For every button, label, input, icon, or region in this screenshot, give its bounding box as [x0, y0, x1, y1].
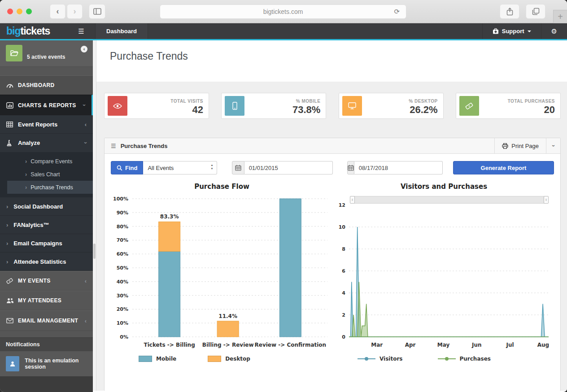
sidebar-item-charts-reports[interactable]: CHARTS & REPORTS › [0, 95, 93, 115]
share-button[interactable] [500, 4, 519, 19]
sidebar-item-purchase-trends[interactable]: ›Purchase Trends [7, 181, 93, 194]
sidebar-item-my-events[interactable]: MY EVENTS ‹ [0, 271, 93, 291]
main-content: Purchase Trends TOTAL VISITS42 [96, 40, 567, 391]
settings-gear-button[interactable]: ⚙ [541, 23, 567, 39]
stat-card-total-purchases: TOTAL PURCHASES20 [456, 93, 561, 119]
flask-icon [6, 140, 18, 146]
visitors-line-icon [358, 358, 375, 359]
slider-handle-left[interactable]: ‖ [350, 196, 355, 204]
legend-item-desktop[interactable]: Desktop [208, 356, 250, 362]
end-date-input[interactable] [354, 161, 443, 174]
page-header: Purchase Trends [96, 40, 567, 82]
sidebar-scrollbar[interactable] [93, 40, 96, 391]
slider-handle-right[interactable]: ‖ [544, 196, 549, 204]
svg-text:20%: 20% [117, 306, 128, 312]
menu-toggle-icon[interactable]: ☰ [67, 23, 95, 39]
close-window-button[interactable] [7, 9, 13, 14]
navbar-dashboard-link[interactable]: Dashboard [95, 23, 148, 39]
svg-text:May: May [437, 342, 450, 348]
sidebar-item-email-campaigns[interactable]: ›Email Campaigns [0, 234, 93, 253]
legend-item-mobile[interactable]: Mobile [139, 356, 176, 362]
visitors-purchases-legend: Visitors Purchases [358, 356, 555, 362]
svg-text:70%: 70% [117, 237, 128, 243]
find-button[interactable]: Find [111, 161, 143, 174]
address-bar[interactable]: bigtickets.com ⟳ [160, 4, 406, 19]
chart-range-slider[interactable]: ‖ ‖ [350, 196, 549, 204]
svg-text:83.3%: 83.3% [160, 213, 179, 220]
desktop-swatch-icon [208, 356, 221, 362]
stat-card-total-visits: TOTAL VISITS42 [104, 93, 209, 119]
new-tab-button[interactable]: + [553, 10, 567, 23]
svg-text:8: 8 [342, 246, 345, 252]
svg-text:0%: 0% [120, 334, 128, 340]
legend-item-purchases[interactable]: Purchases [438, 356, 491, 362]
svg-text:4: 4 [342, 290, 345, 296]
tabs-icon [532, 8, 540, 15]
users-icon [6, 298, 18, 304]
calendar-icon [232, 161, 244, 174]
url-text: bigtickets.com [263, 8, 303, 15]
svg-text:Billing -> Review: Billing -> Review [202, 342, 254, 348]
print-options-dropdown[interactable]: › [546, 138, 560, 153]
generate-report-button[interactable]: Generate Report [453, 161, 554, 174]
active-events-label: 5 active events [27, 54, 65, 60]
chart-title: Visitors and Purchases [333, 183, 555, 191]
events-filter-select[interactable]: All Events ▲▼ [143, 161, 217, 174]
chevron-right-icon: › [25, 171, 27, 178]
sidebar-item-fanalytics[interactable]: ›FANalytics™ [0, 216, 93, 234]
back-button[interactable]: ‹ [50, 4, 65, 19]
chevron-down-icon: › [82, 142, 89, 144]
svg-text:6: 6 [342, 268, 345, 274]
search-icon [117, 165, 122, 171]
legend-item-visitors[interactable]: Visitors [358, 356, 403, 362]
mobile-swatch-icon [139, 356, 152, 362]
sidebar-item-dashboard[interactable]: DASHBOARD [0, 75, 93, 95]
sidebar-collapse-button[interactable]: ‹ [81, 46, 87, 52]
start-date-input[interactable] [244, 161, 333, 174]
sidebar-item-my-attendees[interactable]: MY ATTENDEES [0, 291, 93, 310]
analyze-submenu: ›Compare Events ›Sales Chart ›Purchase T… [0, 152, 93, 197]
chevron-right-icon: › [25, 158, 27, 165]
svg-text:Jul: Jul [506, 342, 514, 348]
sidebar: 5 active events ‹ DASHBOARD CHARTS & REP… [0, 40, 93, 391]
bigtickets-logo[interactable]: bigtickets [0, 23, 67, 39]
chevron-down-icon [528, 30, 531, 32]
zoom-window-button[interactable] [26, 9, 32, 14]
svg-text:60%: 60% [117, 251, 128, 257]
browser-window: ‹ › bigtickets.com ⟳ + bigtickets ☰ Dash… [0, 0, 567, 392]
select-arrows-icon: ▲▼ [210, 163, 213, 171]
app-navbar: bigtickets ☰ Dashboard Support ⚙ [0, 23, 567, 40]
sidebar-item-social-dashboard[interactable]: ›Social Dashboard [0, 197, 93, 216]
forward-button[interactable]: › [67, 4, 83, 19]
print-page-button[interactable]: Print Page [494, 138, 546, 153]
chevron-left-icon: ‹ [85, 318, 87, 324]
sidebar-item-sales-chart[interactable]: ›Sales Chart [7, 168, 93, 181]
notification-item[interactable]: This is an emulation session [0, 351, 93, 376]
sidebar-item-email-management[interactable]: EMAIL MANAGEMENT ‹ [0, 310, 93, 331]
sidebar-item-analyze[interactable]: Analyze › [0, 134, 93, 152]
svg-text:11.4%: 11.4% [218, 313, 237, 319]
sidebar-events-summary: 5 active events ‹ [0, 40, 93, 66]
support-menu[interactable]: Support [482, 23, 541, 39]
support-kit-icon [493, 28, 499, 34]
minimize-window-button[interactable] [17, 9, 22, 14]
active-events-icon[interactable] [6, 45, 22, 61]
folder-open-icon [10, 50, 19, 57]
ticket-icon [459, 96, 479, 116]
panel-menu-icon[interactable]: ☰ [111, 143, 116, 149]
envelope-icon [6, 318, 18, 323]
svg-text:Jun: Jun [471, 342, 482, 348]
traffic-lights [7, 9, 32, 14]
page-title: Purchase Trends [110, 50, 567, 62]
chevron-left-icon: ‹ [85, 121, 87, 128]
chart-title: Purchase Flow [111, 183, 333, 191]
scrollbar-thumb[interactable] [93, 244, 96, 259]
sidebar-toggle-button[interactable] [89, 4, 105, 19]
reload-icon[interactable]: ⟳ [394, 8, 400, 16]
sidebar-item-attendee-statistics[interactable]: ›Attendee Statistics [0, 253, 93, 271]
sidebar-item-compare-events[interactable]: ›Compare Events [7, 155, 93, 168]
show-tabs-button[interactable] [526, 4, 545, 19]
bar-chart-icon [6, 102, 18, 109]
sidebar-item-event-reports[interactable]: Event Reports ‹ [0, 115, 93, 134]
svg-text:Mar: Mar [371, 342, 383, 348]
